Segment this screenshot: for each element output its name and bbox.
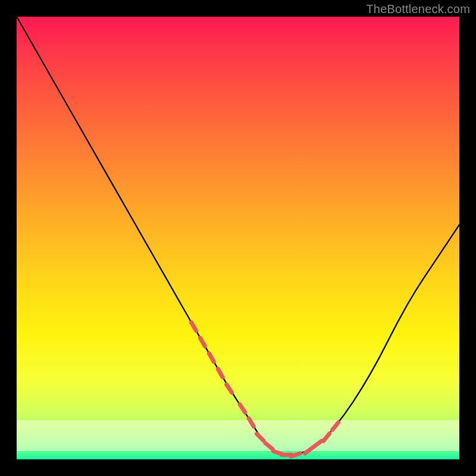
- highlight-dash: [257, 434, 264, 440]
- plot-area: [17, 17, 459, 459]
- highlight-dot: [285, 453, 288, 456]
- highlight-dot: [268, 444, 271, 447]
- curve-svg: [17, 17, 459, 459]
- bottleneck-curve: [17, 17, 459, 455]
- highlight-dot: [250, 421, 253, 424]
- highlight-dash: [333, 422, 339, 430]
- frame: TheBottleneck.com: [0, 0, 476, 476]
- highlight-dot: [325, 436, 328, 439]
- highlight-dot: [308, 449, 311, 452]
- watermark-text: TheBottleneck.com: [366, 2, 470, 16]
- highlight-dot: [228, 387, 231, 390]
- highlight-dot: [210, 356, 213, 359]
- highlight-dash: [314, 441, 322, 447]
- highlight-dot: [192, 325, 195, 328]
- highlight-dash: [218, 369, 223, 377]
- highlight-dash: [240, 405, 245, 413]
- highlight-dash: [201, 338, 205, 346]
- highlight-marks: [192, 322, 339, 456]
- highlight-dash: [291, 453, 300, 456]
